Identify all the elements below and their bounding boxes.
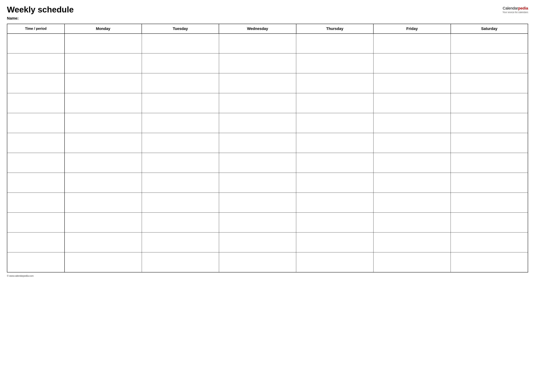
schedule-cell[interactable]	[65, 113, 142, 133]
schedule-cell[interactable]	[65, 252, 142, 272]
col-header-tuesday: Tuesday	[142, 24, 219, 33]
col-header-friday: Friday	[373, 24, 451, 33]
schedule-cell[interactable]	[65, 153, 142, 173]
schedule-cell[interactable]	[451, 73, 528, 93]
logo-pedia-part: pedia	[518, 6, 528, 10]
time-cell	[7, 53, 65, 73]
table-row	[7, 213, 528, 233]
schedule-cell[interactable]	[451, 133, 528, 153]
table-row	[7, 113, 528, 133]
footer: © www.calendarpedia.com	[7, 275, 528, 277]
schedule-cell[interactable]	[296, 153, 373, 173]
table-row	[7, 93, 528, 113]
footer-text: © www.calendarpedia.com	[7, 275, 33, 277]
schedule-table: Time / period Monday Tuesday Wednesday T…	[7, 24, 528, 272]
schedule-cell[interactable]	[296, 73, 373, 93]
col-header-thursday: Thursday	[296, 24, 373, 33]
schedule-cell[interactable]	[142, 113, 219, 133]
schedule-cell[interactable]	[219, 53, 296, 73]
schedule-cell[interactable]	[296, 133, 373, 153]
schedule-cell[interactable]	[373, 113, 451, 133]
schedule-cell[interactable]	[451, 33, 528, 53]
schedule-cell[interactable]	[142, 133, 219, 153]
schedule-cell[interactable]	[373, 173, 451, 193]
schedule-cell[interactable]	[296, 233, 373, 252]
table-row	[7, 33, 528, 53]
schedule-cell[interactable]	[219, 233, 296, 252]
schedule-cell[interactable]	[373, 153, 451, 173]
schedule-cell[interactable]	[373, 193, 451, 213]
schedule-cell[interactable]	[65, 133, 142, 153]
schedule-cell[interactable]	[65, 193, 142, 213]
logo-text: Calendarpedia	[502, 6, 528, 10]
schedule-cell[interactable]	[373, 233, 451, 252]
schedule-cell[interactable]	[219, 213, 296, 233]
schedule-cell[interactable]	[65, 33, 142, 53]
logo: Calendarpedia Your source for calendars	[502, 6, 528, 14]
schedule-cell[interactable]	[65, 173, 142, 193]
schedule-cell[interactable]	[296, 252, 373, 272]
schedule-cell[interactable]	[296, 53, 373, 73]
schedule-cell[interactable]	[65, 213, 142, 233]
time-cell	[7, 113, 65, 133]
name-label: Name:	[7, 16, 528, 21]
schedule-cell[interactable]	[373, 53, 451, 73]
schedule-cell[interactable]	[296, 113, 373, 133]
schedule-cell[interactable]	[296, 213, 373, 233]
schedule-cell[interactable]	[65, 73, 142, 93]
schedule-cell[interactable]	[296, 33, 373, 53]
time-cell	[7, 252, 65, 272]
schedule-cell[interactable]	[451, 173, 528, 193]
schedule-cell[interactable]	[142, 252, 219, 272]
schedule-cell[interactable]	[142, 193, 219, 213]
schedule-cell[interactable]	[65, 53, 142, 73]
schedule-cell[interactable]	[451, 193, 528, 213]
schedule-cell[interactable]	[219, 33, 296, 53]
schedule-cell[interactable]	[451, 113, 528, 133]
time-cell	[7, 133, 65, 153]
schedule-cell[interactable]	[219, 113, 296, 133]
schedule-cell[interactable]	[296, 93, 373, 113]
schedule-cell[interactable]	[373, 93, 451, 113]
schedule-cell[interactable]	[219, 93, 296, 113]
schedule-cell[interactable]	[65, 233, 142, 252]
schedule-cell[interactable]	[296, 193, 373, 213]
time-cell	[7, 33, 65, 53]
table-row	[7, 252, 528, 272]
page-header: Weekly schedule Calendarpedia Your sourc…	[7, 5, 528, 14]
schedule-cell[interactable]	[373, 213, 451, 233]
schedule-cell[interactable]	[142, 213, 219, 233]
time-cell	[7, 173, 65, 193]
schedule-cell[interactable]	[219, 73, 296, 93]
time-cell	[7, 213, 65, 233]
schedule-cell[interactable]	[373, 73, 451, 93]
schedule-cell[interactable]	[296, 173, 373, 193]
schedule-cell[interactable]	[219, 252, 296, 272]
schedule-cell[interactable]	[142, 233, 219, 252]
schedule-cell[interactable]	[373, 133, 451, 153]
schedule-cell[interactable]	[142, 73, 219, 93]
schedule-cell[interactable]	[373, 252, 451, 272]
schedule-cell[interactable]	[451, 93, 528, 113]
schedule-cell[interactable]	[142, 53, 219, 73]
schedule-cell[interactable]	[451, 153, 528, 173]
col-header-wednesday: Wednesday	[219, 24, 296, 33]
time-cell	[7, 93, 65, 113]
schedule-cell[interactable]	[373, 33, 451, 53]
schedule-cell[interactable]	[65, 93, 142, 113]
schedule-cell[interactable]	[219, 153, 296, 173]
schedule-cell[interactable]	[142, 93, 219, 113]
schedule-cell[interactable]	[451, 252, 528, 272]
schedule-cell[interactable]	[451, 213, 528, 233]
schedule-cell[interactable]	[219, 133, 296, 153]
schedule-cell[interactable]	[142, 33, 219, 53]
page-title: Weekly schedule	[7, 5, 74, 14]
schedule-cell[interactable]	[219, 193, 296, 213]
schedule-cell[interactable]	[142, 173, 219, 193]
schedule-cell[interactable]	[142, 153, 219, 173]
schedule-cell[interactable]	[219, 173, 296, 193]
table-row	[7, 53, 528, 73]
schedule-cell[interactable]	[451, 53, 528, 73]
table-row	[7, 193, 528, 213]
schedule-cell[interactable]	[451, 233, 528, 252]
